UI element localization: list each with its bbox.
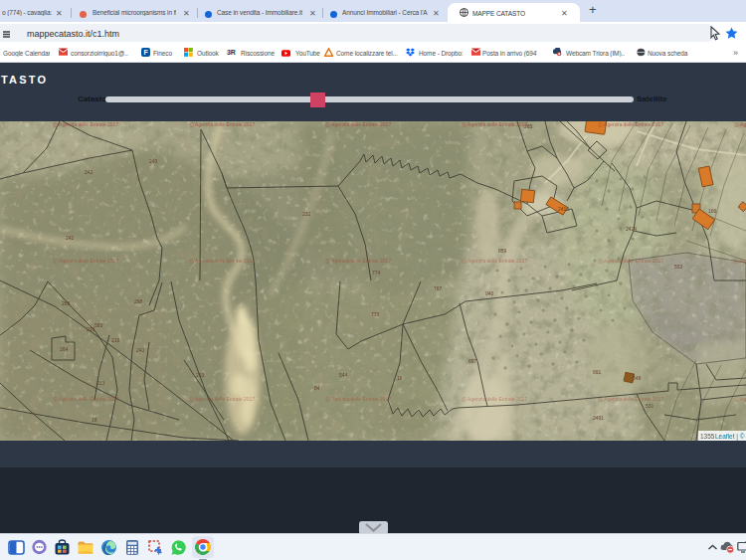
svg-text:Ⓒ Agenzia delle Entrate 2017: Ⓒ Agenzia delle Entrate 2017 [189, 258, 255, 264]
svg-text:268: 268 [62, 300, 71, 306]
svg-text:Leaflet | ©: Leaflet | © [715, 433, 745, 441]
svg-text:2424: 2424 [626, 226, 637, 232]
svg-text:18: 18 [92, 417, 97, 423]
svg-text:697: 697 [468, 358, 477, 364]
svg-text:233: 233 [96, 380, 105, 386]
svg-text:Ⓒ Agenzia delle Entrate 2017: Ⓒ Agenzia delle Entrate 2017 [325, 396, 391, 402]
svg-text:265: 265 [524, 123, 533, 129]
svg-text:Ⓒ Agenzia delle Entrate 2017: Ⓒ Agenzia delle Entrate 2017 [462, 396, 527, 402]
svg-text:Ⓒ Agenzia delle Entrate 2017: Ⓒ Agenzia delle Entrate 2017 [734, 121, 746, 127]
svg-text:773: 773 [371, 311, 380, 317]
svg-text:298: 298 [134, 298, 143, 304]
svg-text:Ⓒ Agenzia delle Entrate 2017: Ⓒ Agenzia delle Entrate 2017 [598, 396, 663, 402]
svg-text:243: 243 [136, 347, 145, 353]
svg-text:2413: 2413 [558, 206, 569, 212]
svg-text:691: 691 [593, 369, 602, 375]
svg-text:Ⓒ Agenzia delle Entrate 2017: Ⓒ Agenzia delle Entrate 2017 [53, 396, 118, 402]
svg-text:Ⓒ Agenzia delle Entrate 2017: Ⓒ Agenzia delle Entrate 2017 [53, 258, 118, 264]
svg-text:Ⓒ Agenzia delle Entrate 2017: Ⓒ Agenzia delle Entrate 2017 [734, 396, 746, 402]
svg-text:859: 859 [498, 248, 507, 254]
svg-text:Ⓒ Agenzia delle Entrate 2017: Ⓒ Agenzia delle Entrate 2017 [598, 258, 663, 264]
svg-text:Ⓒ Agenzia delle Entrate 2017: Ⓒ Agenzia delle Entrate 2017 [462, 258, 527, 264]
svg-text:238: 238 [87, 326, 95, 332]
svg-text:940: 940 [485, 290, 494, 296]
svg-text:264: 264 [60, 346, 69, 352]
svg-text:166: 166 [708, 208, 717, 214]
svg-text:774: 774 [372, 270, 381, 276]
svg-text:Ⓒ Agenzia delle Entrate 2017: Ⓒ Agenzia delle Entrate 2017 [189, 396, 255, 402]
svg-text:Ⓒ Agenzia delle Entrate 2017: Ⓒ Agenzia delle Entrate 2017 [462, 121, 527, 127]
svg-text:553: 553 [674, 264, 683, 270]
svg-text:Ⓒ Agenzia delle Entrate 2017: Ⓒ Agenzia delle Entrate 2017 [325, 258, 391, 264]
svg-text:84: 84 [314, 385, 320, 391]
svg-text:Ⓒ Agenzia delle Entrate 2017: Ⓒ Agenzia delle Entrate 2017 [734, 258, 746, 264]
svg-text:18: 18 [397, 375, 403, 381]
svg-text:243: 243 [149, 158, 158, 164]
svg-text:767: 767 [434, 285, 443, 291]
svg-text:2491: 2491 [593, 415, 604, 421]
svg-text:Ⓒ Agenzia delle Entrate 2017: Ⓒ Agenzia delle Entrate 2017 [598, 121, 663, 127]
svg-text:583: 583 [94, 322, 103, 328]
svg-text:Ⓒ Agenzia delle Entrate 2017: Ⓒ Agenzia delle Entrate 2017 [53, 121, 118, 127]
svg-text:232: 232 [302, 211, 311, 217]
svg-text:Ⓒ Agenzia delle Entrate 2017: Ⓒ Agenzia delle Entrate 2017 [325, 121, 391, 127]
svg-text:Ⓒ Agenzia delle Entrate 2017: Ⓒ Agenzia delle Entrate 2017 [189, 121, 255, 127]
svg-text:216: 216 [111, 337, 120, 343]
svg-text:548: 548 [633, 375, 642, 381]
svg-text:531: 531 [646, 403, 654, 409]
svg-text:242: 242 [66, 235, 75, 241]
svg-text:544: 544 [339, 372, 348, 378]
svg-text:242: 242 [85, 169, 93, 175]
svg-text:1355: 1355 [700, 433, 715, 440]
svg-text:253: 253 [196, 372, 205, 378]
